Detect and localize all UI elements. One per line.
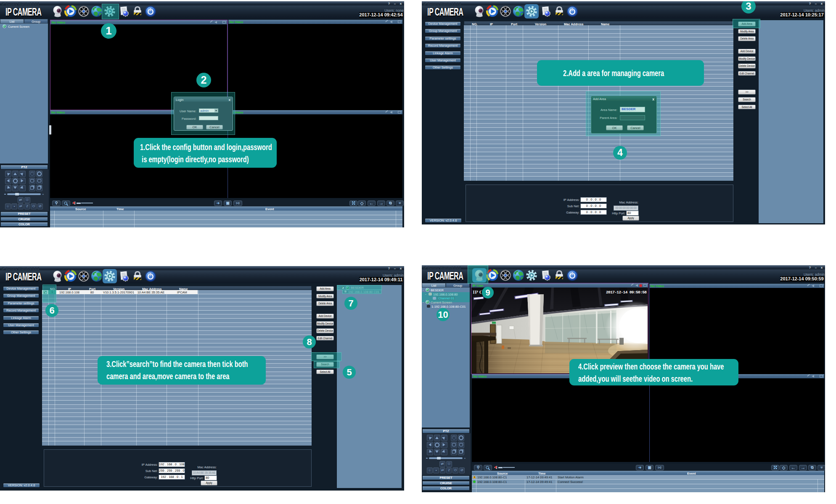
svg-text:2017-12-14 09:50:58: 2017-12-14 09:50:58 bbox=[606, 290, 647, 295]
